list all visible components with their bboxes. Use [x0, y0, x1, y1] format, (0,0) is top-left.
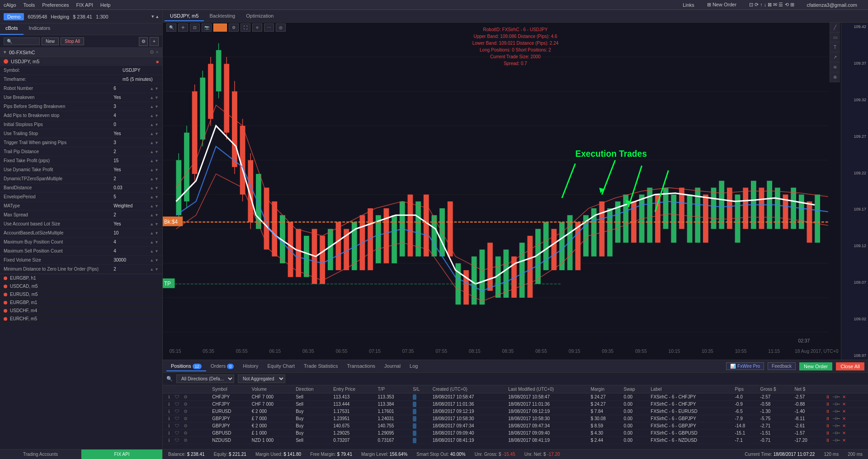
arrow-down-icon[interactable]: ▾	[151, 14, 154, 19]
demo-button[interactable]: Demo	[4, 13, 24, 20]
chart-zoom-icon[interactable]: ◎	[276, 23, 286, 32]
pause-icon[interactable]: ⏸	[824, 402, 831, 407]
protect-icon[interactable]: 🛡	[174, 416, 181, 421]
search-input[interactable]	[4, 37, 40, 45]
robot-group-header[interactable]: ▾ 00-FXSirhC ⚙ +	[0, 48, 162, 57]
split-icon[interactable]: ⊣⊢	[832, 416, 840, 421]
pause-icon[interactable]: ⏸	[824, 416, 831, 421]
robot-stop-icon[interactable]: ■	[156, 59, 159, 64]
info-icon[interactable]: ℹ	[165, 394, 173, 399]
menu-links[interactable]: Links	[683, 2, 694, 8]
new-order-button[interactable]: New Order	[799, 362, 832, 370]
col-symbol[interactable]: Symbol	[209, 385, 249, 393]
close-row-icon[interactable]: ✕	[840, 416, 848, 421]
aggregation-filter[interactable]: Not Aggregated	[238, 375, 285, 383]
info-icon[interactable]: ℹ	[165, 409, 173, 414]
info-icon[interactable]: ℹ	[165, 402, 173, 407]
info-icon[interactable]: ℹ	[165, 438, 173, 443]
tab-trade-stats[interactable]: Trade Statistics	[299, 361, 342, 371]
protect-icon[interactable]: 🛡	[174, 394, 181, 399]
tab-equity-chart[interactable]: Equity Chart	[263, 361, 300, 371]
menu-calgo[interactable]: cAlgo	[4, 2, 16, 8]
object-icon[interactable]: ⊡	[190, 23, 200, 32]
arrow-up-icon[interactable]: ▴	[156, 14, 159, 19]
menu-fix-api[interactable]: FIX API	[76, 2, 93, 8]
chart-extra-icon[interactable]: ⋯	[264, 23, 274, 32]
tab-history[interactable]: History	[238, 361, 263, 371]
split-icon[interactable]: ⊣⊢	[832, 394, 840, 399]
close-row-icon[interactable]: ✕	[840, 431, 848, 436]
settings-row-icon[interactable]: ⚙	[182, 423, 189, 428]
tab-transactions[interactable]: Transactions	[342, 361, 380, 371]
color-picker[interactable]	[213, 23, 227, 32]
sub-robot-eurchf[interactable]: EURCHF, m5	[0, 315, 162, 323]
chart-tab-usdjpy[interactable]: USDJPY, m5	[165, 11, 204, 21]
tab-log[interactable]: Log	[405, 361, 422, 371]
draw-extra-icon[interactable]: ⊕	[830, 72, 840, 82]
draw-arrow-icon[interactable]: ↗	[830, 52, 840, 62]
chart-type-icon[interactable]: ≡	[252, 23, 262, 32]
settings-row-icon[interactable]: ⚙	[182, 416, 189, 421]
close-row-icon[interactable]: ✕	[840, 402, 848, 407]
protect-icon[interactable]: 🛡	[174, 423, 181, 428]
menu-new-order[interactable]: ⊞ New Order	[707, 2, 736, 8]
chart-tab-backtesting[interactable]: Backtesting	[204, 11, 241, 21]
split-icon[interactable]: ⊣⊢	[832, 409, 840, 414]
settings-row-icon[interactable]: ⚙	[182, 431, 189, 436]
magnifier-icon[interactable]: 🔍	[166, 23, 176, 32]
split-icon[interactable]: ⊣⊢	[832, 438, 840, 443]
sub-robot-usdchf[interactable]: USDCHF, m4	[0, 307, 162, 315]
direction-filter[interactable]: All Directions (Defa...	[176, 375, 234, 383]
add-icon[interactable]: +	[150, 37, 159, 46]
tab-orders[interactable]: Orders0	[206, 361, 239, 371]
info-icon[interactable]: ℹ	[165, 431, 173, 436]
fxwire-pro-button[interactable]: 📊 FxWire Pro	[726, 362, 764, 370]
stop-all-button[interactable]: Stop All	[61, 37, 84, 45]
tab-journal[interactable]: Journal	[380, 361, 405, 371]
split-icon[interactable]: ⊣⊢	[832, 431, 840, 436]
protect-icon[interactable]: 🛡	[174, 438, 181, 443]
group-settings-icon[interactable]: ⚙	[150, 49, 154, 55]
sub-robot-eurusd[interactable]: EURUSD, m5	[0, 290, 162, 299]
pause-icon[interactable]: ⏸	[824, 438, 831, 443]
settings-row-icon[interactable]: ⚙	[182, 402, 189, 407]
info-icon[interactable]: ℹ	[165, 416, 173, 421]
screenshot-icon[interactable]: 📷	[202, 23, 212, 32]
trading-accounts-button[interactable]: Trading Accounts	[0, 450, 81, 459]
chart-tab-optimization[interactable]: Optimization	[241, 11, 279, 21]
protect-icon[interactable]: 🛡	[174, 431, 181, 436]
menu-preferences[interactable]: Preferences	[42, 2, 69, 8]
sub-robot-usdcad[interactable]: USDCAD, m5	[0, 282, 162, 290]
fullscreen-icon[interactable]: ⛶	[241, 23, 250, 32]
group-add-icon[interactable]: +	[156, 49, 159, 55]
robot-header-usdjpy[interactable]: USDJPY, m5 ■	[0, 57, 162, 66]
protect-icon[interactable]: 🛡	[174, 409, 181, 414]
pause-icon[interactable]: ⏸	[824, 423, 831, 428]
pause-icon[interactable]: ⏸	[824, 394, 831, 399]
draw-rect-icon[interactable]: ▭	[830, 33, 840, 42]
draw-fib-icon[interactable]: ≋	[830, 62, 840, 72]
draw-text-icon[interactable]: T	[830, 42, 840, 52]
info-icon[interactable]: ℹ	[165, 423, 173, 428]
split-icon[interactable]: ⊣⊢	[832, 423, 840, 428]
settings-icon[interactable]: ⚙	[139, 37, 148, 46]
close-row-icon[interactable]: ✕	[840, 438, 848, 443]
settings-row-icon[interactable]: ⚙	[182, 409, 189, 414]
sub-robot-eurgbp-h1[interactable]: EURGBP, h1	[0, 274, 162, 282]
menu-tools[interactable]: Tools	[24, 2, 35, 8]
settings-row-icon[interactable]: ⚙	[182, 394, 189, 399]
crosshair-icon[interactable]: ✛	[178, 23, 188, 32]
new-button[interactable]: New	[42, 37, 59, 45]
tab-cbots[interactable]: cBots	[0, 23, 24, 35]
pause-icon[interactable]: ⏸	[824, 431, 831, 436]
close-row-icon[interactable]: ✕	[840, 409, 848, 414]
settings-chart-icon[interactable]: ⚙	[229, 23, 239, 32]
tab-indicators[interactable]: Indicators	[24, 23, 56, 35]
close-all-button[interactable]: Close All	[836, 362, 864, 370]
close-row-icon[interactable]: ✕	[840, 394, 848, 399]
menu-help[interactable]: Help	[100, 2, 111, 8]
fix-api-button[interactable]: FIX API	[81, 450, 162, 459]
settings-row-icon[interactable]: ⚙	[182, 438, 189, 443]
draw-line-icon[interactable]: ╱	[830, 23, 840, 33]
close-row-icon[interactable]: ✕	[840, 423, 848, 428]
